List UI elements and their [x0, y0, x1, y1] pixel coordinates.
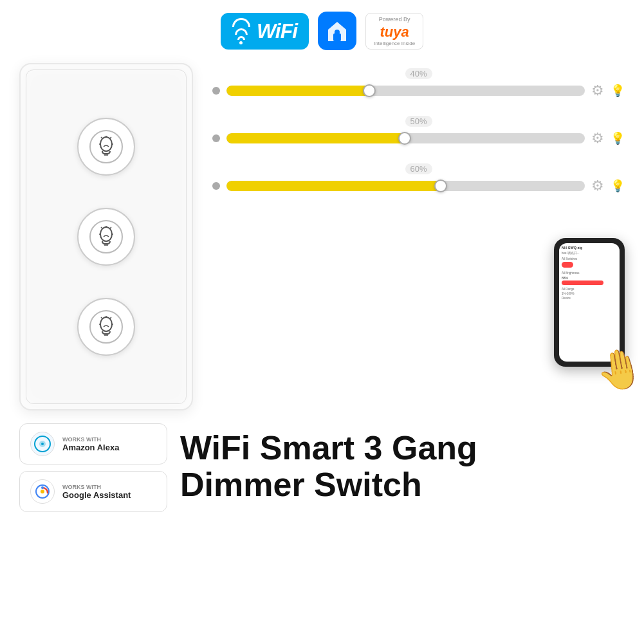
google-icon	[30, 479, 55, 504]
bottom-section: WORKS WITH Amazon Alexa WORKS WITH Googl…	[0, 417, 644, 519]
svg-point-2	[90, 131, 122, 163]
phone-device-label: Device	[562, 297, 617, 300]
alexa-works-with: WORKS WITH	[62, 436, 119, 443]
tuya-badge: Powered By tuya Intelligence Inside	[365, 13, 423, 50]
slider-row-1: 40% ⚙ 💡	[212, 82, 625, 99]
slider-3-track	[226, 181, 585, 191]
light-button-1[interactable]	[77, 118, 135, 176]
google-badge: WORKS WITH Google Assistant	[19, 471, 167, 512]
hand-icon: 🤚	[592, 343, 644, 396]
slider-1-left-dot	[212, 87, 220, 95]
slider-row-3: 60% ⚙ 💡	[212, 178, 625, 194]
product-title-line1: WiFi Smart 3 Gang	[180, 430, 625, 466]
smarthome-icon	[318, 12, 356, 50]
badges-col: WORKS WITH Amazon Alexa WORKS WITH Googl…	[19, 423, 167, 512]
phone-toggle[interactable]	[562, 262, 573, 268]
switch-panel	[19, 63, 193, 410]
slider-3-fill	[226, 181, 441, 191]
slider-2-track-wrap[interactable]	[226, 133, 585, 143]
slider-3-percent: 60%	[405, 163, 432, 174]
svg-point-33	[41, 490, 44, 493]
phone-screen-sub: bee 调光开...	[562, 252, 617, 255]
slider-3-left-dot	[212, 182, 220, 190]
wifi-arc-medium	[235, 28, 248, 35]
slider-row-2: 50% ⚙ 💡	[212, 130, 625, 147]
phone-screen-title: NH-SWQ-zig	[562, 246, 617, 250]
alexa-badge: WORKS WITH Amazon Alexa	[19, 423, 167, 465]
phone-brightness-pct: 88%	[562, 276, 617, 280]
bulb-icon-2: 💡	[611, 131, 625, 145]
svg-point-31	[41, 443, 44, 445]
bulb-icon-1: 💡	[611, 84, 625, 98]
alexa-badge-text: WORKS WITH Amazon Alexa	[62, 436, 119, 452]
phone-area: NH-SWQ-zig bee 调光开... All Switches All B…	[212, 238, 625, 367]
gear-icon-2[interactable]: ⚙	[591, 130, 604, 147]
sliders-area: 40% ⚙ 💡 50% ⚙ 💡	[212, 63, 625, 367]
main-content: 40% ⚙ 💡 50% ⚙ 💡	[0, 57, 644, 417]
wifi-dot	[239, 41, 243, 44]
svg-point-20	[90, 311, 122, 343]
phone-range-label: All Range	[562, 288, 617, 291]
alexa-icon	[30, 432, 55, 456]
svg-point-34	[41, 486, 44, 489]
wifi-label: WiFi	[257, 19, 297, 43]
phone-mockup: NH-SWQ-zig bee 调光开... All Switches All B…	[554, 238, 625, 367]
product-title-line2: Dimmer Switch	[180, 466, 625, 503]
slider-1-percent: 40%	[405, 68, 432, 79]
wifi-arc-large	[232, 18, 250, 27]
phone-screen: NH-SWQ-zig bee 调光开... All Switches All B…	[559, 243, 620, 362]
slider-1-fill	[226, 86, 370, 96]
tuya-powered-by: Powered By	[379, 16, 410, 23]
light-button-2[interactable]	[77, 208, 135, 266]
google-badge-text: WORKS WITH Google Assistant	[62, 484, 131, 500]
slider-3-track-wrap[interactable]	[226, 181, 585, 191]
gear-icon-3[interactable]: ⚙	[591, 178, 604, 194]
light-button-3[interactable]	[77, 298, 135, 356]
phone-range-val: 1%-100%	[562, 292, 617, 295]
header: WiFi Powered By tuya Intelligence Inside	[0, 0, 644, 57]
slider-2-left-dot	[212, 134, 220, 142]
phone-all-switches-label: All Switches	[562, 257, 617, 261]
tuya-logo: tuya	[380, 24, 409, 41]
tuya-sub: Intelligence Inside	[374, 41, 415, 46]
google-brand: Google Assistant	[62, 490, 131, 500]
slider-3-thumb[interactable]	[434, 179, 447, 192]
wifi-icon	[232, 18, 250, 44]
slider-2-thumb[interactable]	[398, 132, 411, 145]
slider-2-percent: 50%	[405, 116, 432, 127]
svg-point-1	[335, 30, 340, 35]
bulb-icon-3: 💡	[611, 179, 625, 193]
wifi-badge: WiFi	[221, 13, 309, 50]
slider-1-thumb[interactable]	[363, 84, 376, 97]
product-title: WiFi Smart 3 Gang Dimmer Switch	[180, 430, 625, 503]
gear-icon-1[interactable]: ⚙	[591, 82, 604, 99]
slider-1-track-wrap[interactable]	[226, 86, 585, 96]
alexa-brand: Amazon Alexa	[62, 443, 119, 452]
product-title-area: WiFi Smart 3 Gang Dimmer Switch	[180, 423, 625, 503]
svg-point-11	[90, 221, 122, 253]
google-works-with: WORKS WITH	[62, 484, 131, 490]
phone-brightness-label: All Brightness	[562, 271, 617, 275]
slider-1-track	[226, 86, 585, 96]
slider-2-fill	[226, 133, 406, 143]
phone-brightness-bar	[562, 281, 603, 285]
wifi-arc-small	[237, 36, 245, 40]
